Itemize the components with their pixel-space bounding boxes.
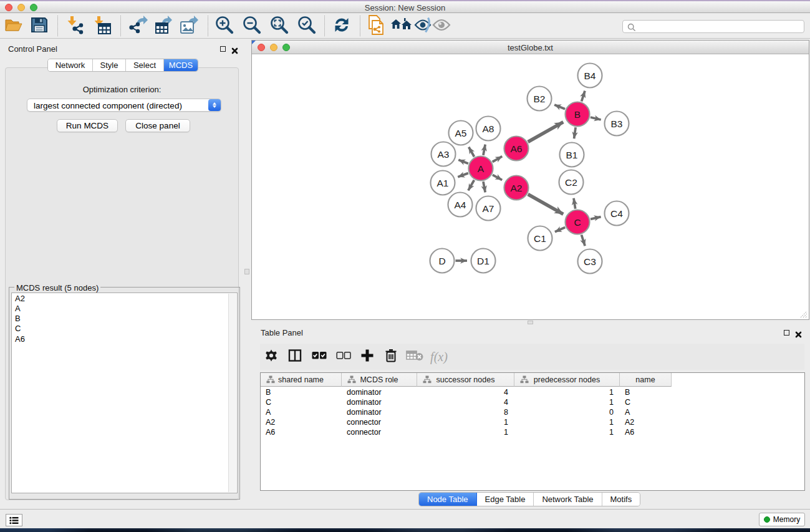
graph-node-A2[interactable]: A2 [504,176,529,200]
graph-node-B3[interactable]: B3 [605,112,629,136]
edge-A2-C[interactable] [528,195,564,215]
edge-A6-B[interactable] [528,122,564,142]
edge-A-A6[interactable] [493,157,503,162]
edge-A-A5[interactable] [469,147,475,157]
show-graphics-details-icon[interactable] [432,17,451,35]
graph-node-A8[interactable]: A8 [476,117,501,141]
table-tab-network-table[interactable]: Network Table [534,493,602,506]
home-networks-icon[interactable] [391,17,412,36]
criterion-dropdown[interactable]: largest connected component (directed) [27,99,221,112]
edge-B-B2[interactable] [554,105,565,109]
close-panel-icon[interactable] [231,46,238,52]
graph-node-C4[interactable]: C4 [605,201,629,226]
hide-graphics-details-icon[interactable] [414,16,433,36]
graph-node-D1[interactable]: D1 [471,249,496,273]
delete-icon[interactable] [385,349,397,365]
network-window-titlebar[interactable]: testGlobe.txt [252,41,809,54]
import-table-icon[interactable] [95,15,111,37]
column-header-successor-nodes[interactable]: successor nodes [417,373,514,387]
table-row-C[interactable]: Cdominator41C [261,397,804,407]
export-network-icon[interactable] [128,15,148,37]
graph-node-C1[interactable]: C1 [528,226,552,251]
table-row-B[interactable]: Bdominator41B [261,387,804,397]
mcds-list-scrollbar[interactable] [228,294,236,492]
memory-button[interactable]: Memory [759,513,805,526]
select-all-columns-icon[interactable] [312,351,327,362]
float-panel-icon[interactable] [220,46,226,52]
mcds-result-item[interactable]: A6 [12,334,237,344]
unselect-all-columns-icon[interactable] [336,351,352,362]
zoom-out-icon[interactable] [242,15,262,37]
split-view-icon[interactable] [288,349,302,365]
control-tab-select[interactable]: Select [126,59,164,71]
graph-node-B2[interactable]: B2 [528,87,552,111]
edge-C-C1[interactable] [555,228,565,232]
edge-C-C2[interactable] [574,198,576,209]
edge-C-C4[interactable] [591,217,601,220]
edge-A-A7[interactable] [483,181,485,192]
table-tab-node-table[interactable]: Node Table [419,493,477,506]
run-mcds-button[interactable]: Run MCDS [57,119,118,132]
function-builder-icon[interactable]: f(x) [430,350,448,364]
edge-C-C3[interactable] [582,235,586,246]
graph-node-A5[interactable]: A5 [449,121,473,145]
edge-A-A2[interactable] [493,175,502,180]
zoom-selected-icon[interactable] [297,15,317,37]
resize-grip-icon[interactable] [799,310,808,318]
graph-node-A[interactable]: A [469,157,493,181]
graph-node-A4[interactable]: A4 [448,193,473,217]
edge-A-A3[interactable] [458,160,468,163]
table-options-icon[interactable] [264,349,278,365]
column-header-name[interactable]: name [620,373,672,387]
mcds-result-item[interactable]: C [12,324,237,334]
graph-node-C[interactable]: C [566,210,590,235]
graph-node-C2[interactable]: C2 [559,170,584,195]
vertical-split-handle[interactable] [244,269,249,274]
export-image-icon[interactable] [179,15,199,37]
edge-B-B3[interactable] [591,117,601,120]
export-table-icon[interactable] [154,15,173,37]
close-panel-button[interactable]: Close panel [125,119,190,132]
table-tab-edge-table[interactable]: Edge Table [477,493,534,506]
control-tab-network[interactable]: Network [48,59,93,71]
log-console-button[interactable] [6,514,22,526]
edge-B-B4[interactable] [582,91,585,102]
close-table-panel-icon[interactable] [795,329,802,336]
search-input[interactable] [622,20,804,33]
graph-node-A1[interactable]: A1 [431,171,455,195]
edge-B-B1[interactable] [574,127,576,138]
table-tab-motifs[interactable]: Motifs [602,493,640,506]
mcds-result-item[interactable]: B [12,314,237,324]
mcds-result-item[interactable]: A2 [12,293,237,303]
network-graph[interactable]: AA1A2A3A4A5A6A7A8BB1B2B3B4CC1C2C3C4DD1 [253,55,808,319]
delete-table-icon[interactable] [406,351,423,364]
column-header-predecessor-nodes[interactable]: predecessor nodes [514,373,620,387]
graph-node-B4[interactable]: B4 [578,64,602,88]
control-tab-style[interactable]: Style [93,59,126,71]
edge-A-A8[interactable] [483,145,485,155]
mcds-result-item[interactable]: A [12,303,237,313]
column-header-MCDS-role[interactable]: MCDS role [342,373,417,387]
horizontal-split-handle[interactable] [528,321,533,324]
table-row-A2[interactable]: A2connector11A2 [261,417,804,427]
mcds-result-list[interactable]: A2ABCA6 [11,293,238,493]
edge-A-A4[interactable] [468,180,475,191]
add-icon[interactable] [361,349,374,365]
edge-A-A1[interactable] [458,173,468,177]
graph-node-A3[interactable]: A3 [432,142,456,167]
graph-node-D[interactable]: D [430,249,455,273]
graph-node-A6[interactable]: A6 [504,137,529,161]
column-header-shared-name[interactable]: shared name [261,373,342,387]
save-session-icon[interactable] [30,16,49,37]
zoom-in-icon[interactable] [215,15,234,37]
graph-node-C3[interactable]: C3 [578,249,602,274]
control-tab-mcds[interactable]: MCDS [164,59,198,71]
table-row-A[interactable]: Adominator80A [261,407,804,417]
network-from-file-icon[interactable] [367,14,386,38]
import-network-icon[interactable] [66,15,85,37]
graph-node-B[interactable]: B [566,102,590,127]
refresh-icon[interactable] [332,16,351,37]
zoom-fit-icon[interactable] [269,15,289,37]
graph-node-B1[interactable]: B1 [560,143,584,167]
open-file-icon[interactable] [3,16,23,37]
